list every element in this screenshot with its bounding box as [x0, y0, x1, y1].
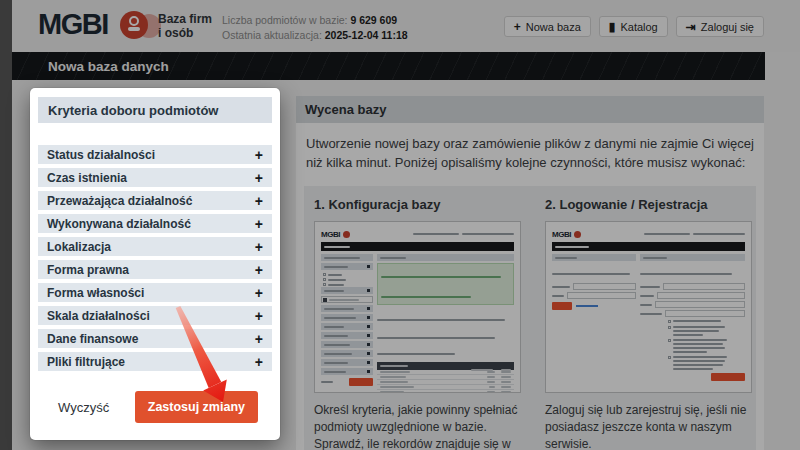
- expand-icon[interactable]: +: [255, 286, 263, 300]
- sidebar-item-wykonywana-dzialalnosc[interactable]: Wykonywana działalność +: [38, 214, 272, 233]
- sidebar-item-label: Dane finansowe: [47, 332, 138, 346]
- expand-icon[interactable]: +: [255, 332, 263, 346]
- sidebar-item-forma-prawna[interactable]: Forma prawna +: [38, 260, 272, 279]
- clear-filters-link[interactable]: Wyczyść: [58, 400, 109, 415]
- expand-icon[interactable]: +: [255, 263, 263, 277]
- sidebar-item-label: Forma prawna: [47, 263, 129, 277]
- expand-icon[interactable]: +: [255, 240, 263, 254]
- sidebar-item-label: Status działalności: [47, 148, 155, 162]
- sidebar-item-label: Wykonywana działalność: [47, 217, 191, 231]
- expand-icon[interactable]: +: [255, 355, 263, 369]
- sidebar-item-lokalizacja[interactable]: Lokalizacja +: [38, 237, 272, 256]
- sidebar-item-status-dzialalnosci[interactable]: Status działalności +: [38, 145, 272, 164]
- sidebar-title: Kryteria doboru podmiotów: [38, 97, 272, 123]
- sidebar-item-czas-istnienia[interactable]: Czas istnienia +: [38, 168, 272, 187]
- expand-icon[interactable]: +: [255, 171, 263, 185]
- sidebar-item-label: Forma własności: [47, 286, 144, 300]
- expand-icon[interactable]: +: [255, 309, 263, 323]
- expand-icon[interactable]: +: [255, 194, 263, 208]
- sidebar-item-label: Przeważająca działalność: [47, 194, 192, 208]
- annotation-arrow: [155, 288, 245, 413]
- sidebar-item-label: Lokalizacja: [47, 240, 111, 254]
- page: MGBI Baza firm i osób Liczba podmiotów w…: [0, 0, 800, 450]
- sidebar-item-przewazajaca-dzialalnosc[interactable]: Przeważająca działalność +: [38, 191, 272, 210]
- sidebar-item-label: Pliki filtrujące: [47, 355, 125, 369]
- sidebar-item-label: Skala działalności: [47, 309, 150, 323]
- expand-icon[interactable]: +: [255, 217, 263, 231]
- sidebar-item-label: Czas istnienia: [47, 171, 127, 185]
- expand-icon[interactable]: +: [255, 148, 263, 162]
